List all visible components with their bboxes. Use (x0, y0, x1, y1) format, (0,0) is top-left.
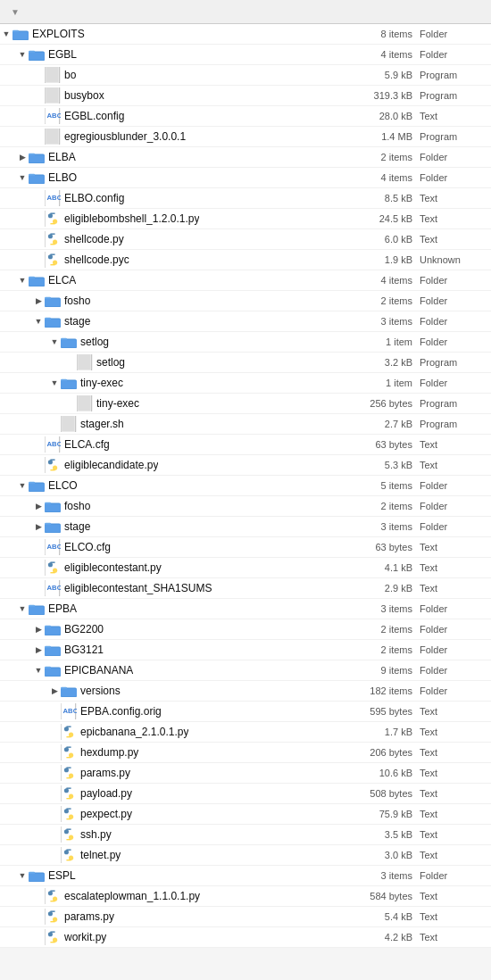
table-row[interactable]: egregiousblunder_3.0.0.11.4 MBProgram (0, 127, 491, 147)
collapse-button[interactable]: ▼ (16, 869, 29, 882)
file-name: telnet.py (80, 849, 121, 861)
table-row[interactable]: telnet.py3.0 kBText (0, 845, 491, 866)
collapse-button[interactable]: ▼ (16, 274, 29, 287)
collapse-button[interactable]: ▼ (16, 479, 29, 492)
table-row[interactable]: busybox319.3 kBProgram (0, 86, 491, 106)
table-row[interactable]: ABC ELCO.cfg63 bytesText (0, 537, 491, 558)
python-file-icon (61, 785, 77, 801)
table-row[interactable]: ▼ EPBA3 itemsFolder (0, 599, 491, 619)
file-name: busybox (64, 89, 104, 102)
expand-button[interactable]: ▶ (32, 623, 45, 635)
svg-point-143 (64, 850, 69, 854)
file-name: ELCA (48, 274, 76, 287)
row-name-cell: payload.py (0, 785, 339, 801)
table-row[interactable]: shellcode.py6.0 kBText (0, 229, 491, 250)
program-file-icon (61, 416, 77, 432)
table-row[interactable]: setlog3.2 kBProgram (0, 353, 491, 373)
file-name: pexpect.py (80, 808, 132, 820)
table-row[interactable]: ▶ stage3 itemsFolder (0, 517, 491, 537)
row-type: Text (420, 809, 491, 819)
svg-point-131 (64, 809, 69, 813)
row-name-cell: escalateplowman_1.1.0.1.py (0, 888, 339, 904)
row-name-cell: egregiousblunder_3.0.0.1 (0, 129, 339, 145)
file-name: tiny-exec (96, 397, 139, 410)
table-row[interactable]: ▶ BG22002 itemsFolder (0, 619, 491, 640)
table-row[interactable]: params.py10.6 kBText (0, 763, 491, 784)
table-row[interactable]: ▶ fosho2 itemsFolder (0, 496, 491, 517)
svg-rect-93 (45, 627, 61, 635)
table-row[interactable]: ▼ ESPL3 itemsFolder (0, 866, 491, 886)
table-row[interactable]: ▼ stage3 itemsFolder (0, 311, 491, 332)
row-size: 28.0 kB (339, 111, 420, 121)
svg-point-126 (69, 794, 73, 799)
collapse-button[interactable]: ▼ (16, 48, 29, 61)
table-row[interactable]: ssh.py3.5 kBText (0, 825, 491, 845)
table-row[interactable]: stager.sh2.7 kBProgram (0, 414, 491, 435)
collapse-button[interactable]: ▼ (48, 377, 61, 389)
table-row[interactable]: pexpect.py75.9 kBText (0, 804, 491, 825)
file-name: params.py (64, 910, 114, 923)
table-row[interactable]: ▼ setlog1 itemFolder (0, 332, 491, 353)
table-row[interactable]: ABC EPBA.config.orig595 bytesText (0, 702, 491, 722)
table-row[interactable]: ▶ versions182 itemsFolder (0, 681, 491, 702)
table-row[interactable]: shellcode.pyc1.9 kBUnknown (0, 250, 491, 270)
collapse-button[interactable]: ▼ (16, 602, 29, 615)
expand-button[interactable]: ▶ (16, 151, 29, 163)
table-row[interactable]: epicbanana_2.1.0.1.py1.7 kBText (0, 722, 491, 743)
table-row[interactable]: ▼ ELBO4 itemsFolder (0, 168, 491, 188)
python-file-icon (45, 211, 61, 227)
svg-point-159 (53, 918, 57, 922)
sort-icon[interactable]: ▼ (11, 7, 20, 17)
row-size: 3.0 kB (339, 850, 420, 860)
row-name-cell: epicbanana_2.1.0.1.py (0, 724, 339, 740)
table-row[interactable]: ▶ ELBA2 itemsFolder (0, 147, 491, 168)
table-row[interactable]: ▼ tiny-exec1 itemFolder (0, 373, 491, 394)
svg-point-66 (53, 466, 57, 470)
row-type: Text (420, 234, 491, 245)
table-row[interactable]: eligiblebombshell_1.2.0.1.py24.5 kBText (0, 209, 491, 229)
row-size: 8.5 kB (339, 193, 420, 203)
table-row[interactable]: params.py5.4 kBText (0, 907, 491, 927)
table-row[interactable]: ▼ EGBL4 itemsFolder (0, 45, 491, 65)
collapse-button[interactable]: ▼ (32, 664, 45, 677)
folder-icon (29, 868, 45, 884)
expand-button[interactable]: ▶ (32, 295, 45, 307)
svg-text:ABC: ABC (47, 584, 61, 592)
table-row[interactable]: ▼ EXPLOITS8 itemsFolder (0, 24, 491, 45)
row-name-cell: ▼ EXPLOITS (0, 26, 339, 42)
file-name: escalateplowman_1.1.0.1.py (64, 890, 200, 902)
svg-point-24 (48, 213, 53, 218)
text-file-icon: ABC (61, 703, 77, 719)
svg-point-137 (64, 829, 69, 834)
table-row[interactable]: eligiblecontestant.py4.1 kBText (0, 558, 491, 578)
row-type: Text (420, 439, 491, 450)
collapse-button[interactable]: ▼ (16, 171, 29, 184)
table-row[interactable]: ▶ fosho2 itemsFolder (0, 291, 491, 311)
table-row[interactable]: payload.py508 bytesText (0, 784, 491, 804)
table-row[interactable]: bo5.9 kBProgram (0, 65, 491, 86)
table-row[interactable]: tiny-exec256 bytesProgram (0, 394, 491, 414)
table-row[interactable]: workit.py4.2 kBText (0, 927, 491, 948)
table-row[interactable]: ▼ ELCO5 itemsFolder (0, 476, 491, 496)
table-row[interactable]: ABC ELBO.config8.5 kBText (0, 188, 491, 209)
collapse-button[interactable]: ▼ (48, 336, 61, 348)
table-row[interactable]: ▼ ELCA4 itemsFolder (0, 270, 491, 291)
row-size: 182 items (339, 685, 420, 696)
table-row[interactable]: ABC EGBL.config28.0 kBText (0, 106, 491, 127)
row-size: 24.5 kB (339, 213, 420, 224)
table-row[interactable]: escalateplowman_1.1.0.1.py584 bytesText (0, 886, 491, 907)
expand-button[interactable]: ▶ (32, 500, 45, 512)
table-row[interactable]: ABC ELCA.cfg63 bytesText (0, 435, 491, 455)
expand-button[interactable]: ▶ (48, 685, 61, 697)
table-row[interactable]: eligiblecandidate.py5.3 kBText (0, 455, 491, 476)
svg-point-132 (69, 815, 73, 819)
table-row[interactable]: ▼ EPICBANANA9 itemsFolder (0, 660, 491, 681)
file-name: params.py (80, 767, 130, 779)
table-row[interactable]: hexdump.py206 bytesText (0, 743, 491, 763)
collapse-button[interactable]: ▼ (0, 28, 12, 40)
expand-button[interactable]: ▶ (32, 644, 45, 656)
collapse-button[interactable]: ▼ (32, 315, 45, 328)
expand-button[interactable]: ▶ (32, 520, 45, 533)
table-row[interactable]: ABC eligiblecontestant_SHA1SUMS2.9 kBTex… (0, 578, 491, 599)
table-row[interactable]: ▶ BG31212 itemsFolder (0, 640, 491, 660)
